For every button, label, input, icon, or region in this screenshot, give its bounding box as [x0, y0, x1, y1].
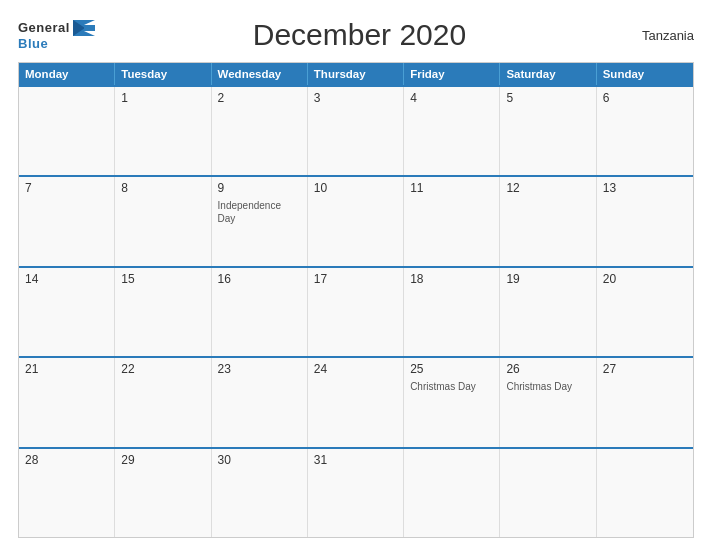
- day-number: 3: [314, 91, 397, 105]
- day-number: 14: [25, 272, 108, 286]
- day-number: 26: [506, 362, 589, 376]
- logo-flag-icon: [73, 20, 95, 36]
- cal-cell: 10: [308, 177, 404, 265]
- day-number: 12: [506, 181, 589, 195]
- day-number: 19: [506, 272, 589, 286]
- day-number: 24: [314, 362, 397, 376]
- weekday-header-friday: Friday: [404, 63, 500, 85]
- week-row-4: 2122232425Christmas Day26Christmas Day27: [19, 356, 693, 446]
- day-number: 17: [314, 272, 397, 286]
- calendar-grid: MondayTuesdayWednesdayThursdayFridaySatu…: [18, 62, 694, 538]
- logo: General Blue: [18, 19, 95, 51]
- calendar-body: 123456789Independence Day101112131415161…: [19, 85, 693, 537]
- day-number: 6: [603, 91, 687, 105]
- day-number: 2: [218, 91, 301, 105]
- svg-marker-4: [84, 25, 95, 31]
- cal-cell: 5: [500, 87, 596, 175]
- day-number: 22: [121, 362, 204, 376]
- cal-cell: 21: [19, 358, 115, 446]
- weekday-header-sunday: Sunday: [597, 63, 693, 85]
- cal-cell: 31: [308, 449, 404, 537]
- day-event: Independence Day: [218, 199, 301, 225]
- month-title: December 2020: [95, 18, 624, 52]
- day-number: 13: [603, 181, 687, 195]
- week-row-3: 14151617181920: [19, 266, 693, 356]
- cal-cell: 25Christmas Day: [404, 358, 500, 446]
- cal-cell: 26Christmas Day: [500, 358, 596, 446]
- cal-cell: 6: [597, 87, 693, 175]
- day-number: 28: [25, 453, 108, 467]
- cal-cell: 29: [115, 449, 211, 537]
- day-number: 18: [410, 272, 493, 286]
- weekday-header-monday: Monday: [19, 63, 115, 85]
- day-number: 1: [121, 91, 204, 105]
- day-event: Christmas Day: [506, 380, 589, 393]
- cal-cell: 7: [19, 177, 115, 265]
- logo-general-text: General: [18, 20, 70, 35]
- weekday-header-tuesday: Tuesday: [115, 63, 211, 85]
- day-number: 29: [121, 453, 204, 467]
- day-number: 25: [410, 362, 493, 376]
- day-number: 8: [121, 181, 204, 195]
- week-row-5: 28293031: [19, 447, 693, 537]
- cal-cell: 15: [115, 268, 211, 356]
- calendar-page: General Blue December 2020 Tanzania Mond…: [0, 0, 712, 550]
- cal-cell: 12: [500, 177, 596, 265]
- day-number: 20: [603, 272, 687, 286]
- cal-cell: 14: [19, 268, 115, 356]
- day-number: 16: [218, 272, 301, 286]
- week-row-1: 123456: [19, 85, 693, 175]
- cal-cell: 4: [404, 87, 500, 175]
- day-number: 21: [25, 362, 108, 376]
- country-label: Tanzania: [624, 28, 694, 43]
- day-number: 10: [314, 181, 397, 195]
- cal-cell: 1: [115, 87, 211, 175]
- weekday-header-thursday: Thursday: [308, 63, 404, 85]
- logo-blue-text: Blue: [18, 36, 48, 51]
- cal-cell: [404, 449, 500, 537]
- cal-cell: [19, 87, 115, 175]
- cal-cell: 16: [212, 268, 308, 356]
- cal-cell: 30: [212, 449, 308, 537]
- cal-cell: 27: [597, 358, 693, 446]
- cal-cell: 19: [500, 268, 596, 356]
- cal-cell: [597, 449, 693, 537]
- week-row-2: 789Independence Day10111213: [19, 175, 693, 265]
- cal-cell: 22: [115, 358, 211, 446]
- day-event: Christmas Day: [410, 380, 493, 393]
- day-number: 30: [218, 453, 301, 467]
- day-number: 7: [25, 181, 108, 195]
- cal-cell: [500, 449, 596, 537]
- cal-cell: 13: [597, 177, 693, 265]
- cal-cell: 18: [404, 268, 500, 356]
- weekday-header-saturday: Saturday: [500, 63, 596, 85]
- day-number: 27: [603, 362, 687, 376]
- day-number: 5: [506, 91, 589, 105]
- day-number: 15: [121, 272, 204, 286]
- cal-cell: 20: [597, 268, 693, 356]
- day-number: 11: [410, 181, 493, 195]
- cal-cell: 2: [212, 87, 308, 175]
- header: General Blue December 2020 Tanzania: [18, 18, 694, 52]
- day-number: 4: [410, 91, 493, 105]
- cal-cell: 23: [212, 358, 308, 446]
- day-number: 9: [218, 181, 301, 195]
- day-number: 23: [218, 362, 301, 376]
- cal-cell: 3: [308, 87, 404, 175]
- cal-cell: 11: [404, 177, 500, 265]
- cal-cell: 17: [308, 268, 404, 356]
- calendar-header-row: MondayTuesdayWednesdayThursdayFridaySatu…: [19, 63, 693, 85]
- day-number: 31: [314, 453, 397, 467]
- cal-cell: 28: [19, 449, 115, 537]
- cal-cell: 24: [308, 358, 404, 446]
- cal-cell: 8: [115, 177, 211, 265]
- cal-cell: 9Independence Day: [212, 177, 308, 265]
- weekday-header-wednesday: Wednesday: [212, 63, 308, 85]
